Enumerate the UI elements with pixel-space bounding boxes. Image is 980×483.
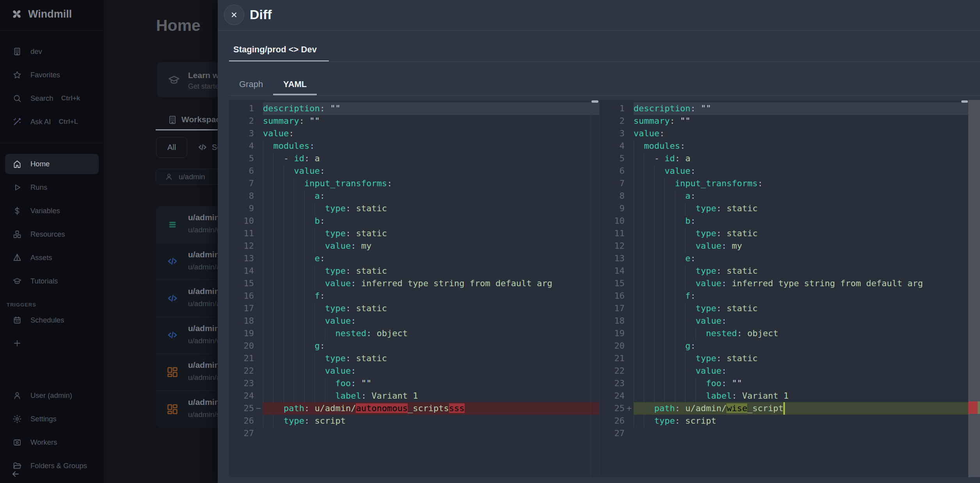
code-line[interactable]: 23 foo: "" (229, 377, 599, 390)
code-line[interactable]: 26 type: script (600, 415, 968, 427)
code-line[interactable]: 11 type: static (600, 227, 968, 240)
sidebar-item-runs[interactable]: Runs (5, 177, 99, 198)
code-line[interactable]: 22 value: (600, 365, 968, 377)
tab-staging-prod-dev[interactable]: Staging/prod <> Dev (233, 45, 317, 55)
code-line[interactable]: 12 value: my (229, 240, 599, 252)
code-line[interactable]: 16 f: (600, 290, 968, 302)
line-number: 20 (229, 340, 254, 352)
code-line[interactable]: 20 g: (600, 340, 968, 352)
code-line[interactable]: 23 foo: "" (600, 377, 968, 390)
code-line[interactable]: 10 b: (229, 215, 599, 227)
code-line[interactable]: 21 type: static (600, 352, 968, 365)
scrollbar-thumb[interactable] (961, 100, 968, 103)
code-line[interactable]: 4 modules: (229, 140, 599, 152)
code-line[interactable]: 14 type: static (229, 265, 599, 277)
sidebar-item-add-trigger[interactable] (5, 333, 99, 353)
code-line[interactable]: 5 - id: a (600, 152, 968, 165)
sidebar-item-variables[interactable]: Variables (5, 201, 99, 221)
code-line[interactable]: 3value: (600, 127, 968, 140)
code-line[interactable]: 27 (600, 427, 968, 440)
diff-sign (625, 240, 634, 252)
overview-ruler[interactable] (968, 100, 980, 477)
code-line[interactable]: 7 input_transforms: (600, 177, 968, 190)
code-line[interactable]: 15 value: inferred type string from defa… (600, 277, 968, 290)
workspace-logo-row[interactable]: Windmill (0, 0, 104, 30)
code-line[interactable]: 16 f: (229, 290, 599, 302)
sidebar-item-search[interactable]: SearchCtrl+k (5, 88, 99, 109)
diff-pane-left[interactable]: 1description: ""2summary: ""3value:4 mod… (229, 100, 599, 477)
code-line[interactable]: 25− path: u/admin/autonomous_scriptssss (229, 402, 599, 415)
code-line[interactable]: 4 modules: (600, 140, 968, 152)
code-line[interactable]: 9 type: static (229, 202, 599, 215)
sidebar-item-assets[interactable]: Assets (5, 248, 99, 268)
code-line[interactable]: 11 type: static (229, 227, 599, 240)
code-line[interactable]: 17 type: static (600, 302, 968, 315)
diff-sign (254, 290, 263, 302)
code-line[interactable]: 22 value: (229, 365, 599, 377)
sidebar-item-user[interactable]: User (admin) (5, 385, 99, 406)
sidebar-item-resources[interactable]: Resources (5, 224, 99, 244)
diff-sign (254, 390, 263, 402)
code-line[interactable]: 15 value: inferred type string from defa… (229, 277, 599, 290)
line-number: 12 (600, 240, 625, 252)
code-line[interactable]: 7 input_transforms: (229, 177, 599, 190)
sidebar-item-schedules[interactable]: Schedules (5, 310, 99, 330)
code-line[interactable]: 12 value: my (600, 240, 968, 252)
diff-sign (254, 302, 263, 315)
tab-graph[interactable]: Graph (239, 79, 263, 89)
sidebar-item-workers[interactable]: Workers (5, 432, 99, 453)
code-line[interactable]: 27 (229, 427, 599, 440)
collapse-sidebar-button[interactable] (11, 469, 20, 479)
code-line[interactable]: 14 type: static (600, 265, 968, 277)
sidebar-item-settings[interactable]: Settings (5, 409, 99, 429)
scrollbar-thumb[interactable] (591, 100, 598, 103)
code-line[interactable]: 18 value: (229, 315, 599, 327)
building-icon (167, 115, 178, 125)
code-line[interactable]: 19 nested: object (229, 327, 599, 340)
code-line[interactable]: 2summary: "" (600, 115, 968, 127)
code-line[interactable]: 1description: "" (600, 102, 968, 115)
line-number: 12 (229, 240, 254, 252)
code-line[interactable]: 2summary: "" (229, 115, 599, 127)
star-icon (12, 70, 22, 80)
code-line[interactable]: 24 label: Variant 1 (600, 390, 968, 402)
code-line[interactable]: 6 value: (600, 165, 968, 177)
code-line[interactable]: 17 type: static (229, 302, 599, 315)
tab-yaml[interactable]: YAML (283, 79, 307, 89)
diff-sign (625, 140, 634, 152)
diff-sign (254, 177, 263, 190)
sidebar-item-dev[interactable]: dev (5, 41, 99, 62)
code-line[interactable]: 6 value: (229, 165, 599, 177)
code-line[interactable]: 3value: (229, 127, 599, 140)
code-text: value: my (263, 240, 599, 252)
code-line[interactable]: 26 type: script (229, 415, 599, 427)
code-line[interactable]: 19 nested: object (600, 327, 968, 340)
code-line[interactable]: 25+ path: u/admin/wise_script (600, 402, 968, 415)
code-line[interactable]: 20 g: (229, 340, 599, 352)
code-line[interactable]: 8 a: (229, 190, 599, 202)
item-title: u/admin (188, 250, 220, 259)
code-line[interactable]: 21 type: static (229, 352, 599, 365)
close-button[interactable] (224, 5, 244, 25)
diff-pane-right[interactable]: 1description: ""2summary: ""3value:4 mod… (600, 100, 980, 477)
sidebar-item-tutorials[interactable]: Tutorials (5, 271, 99, 291)
code-icon (197, 142, 208, 153)
code-line[interactable]: 5 - id: a (229, 152, 599, 165)
code-text: type: script (634, 415, 968, 427)
code-line[interactable]: 9 type: static (600, 202, 968, 215)
line-number: 16 (229, 290, 254, 302)
code-text: input_transforms: (634, 177, 968, 190)
line-number: 14 (229, 265, 254, 277)
sidebar-item-home[interactable]: Home (5, 154, 99, 174)
code-line[interactable]: 18 value: (600, 315, 968, 327)
diff-sign (625, 252, 634, 265)
code-line[interactable]: 24 label: Variant 1 (229, 390, 599, 402)
code-line[interactable]: 13 e: (600, 252, 968, 265)
sidebar-item-ask-ai[interactable]: Ask AICtrl+L (5, 112, 99, 132)
code-line[interactable]: 1description: "" (229, 102, 599, 115)
code-line[interactable]: 10 b: (600, 215, 968, 227)
code-line[interactable]: 8 a: (600, 190, 968, 202)
sidebar-item-favorites[interactable]: Favorites (5, 65, 99, 85)
filter-all-button[interactable]: All (156, 137, 187, 158)
code-line[interactable]: 13 e: (229, 252, 599, 265)
